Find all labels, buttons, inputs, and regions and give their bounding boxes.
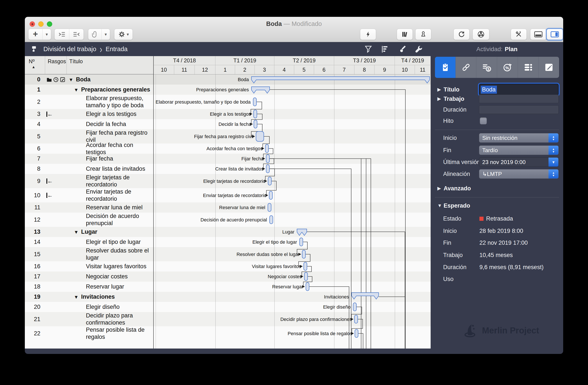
- gantt-task-bar[interactable]: [254, 110, 257, 118]
- gantt-task-bar[interactable]: [266, 155, 269, 163]
- gantt-task-bar[interactable]: [268, 177, 271, 185]
- attachment-button[interactable]: [88, 29, 102, 40]
- table-row[interactable]: 13▼Lugar: [25, 227, 153, 237]
- section-avanzado[interactable]: ▶ Avanzado: [431, 184, 563, 193]
- disclosure-triangle[interactable]: ▼: [74, 86, 79, 93]
- sync-button[interactable]: [454, 29, 469, 40]
- add-button[interactable]: +: [28, 29, 42, 40]
- titulo-input[interactable]: Boda: [479, 84, 559, 95]
- resources-button[interactable]: [415, 29, 431, 40]
- gantt-task-bar[interactable]: [306, 283, 309, 291]
- tab-cost[interactable]: $: [476, 57, 497, 78]
- group-icon[interactable]: [380, 45, 389, 53]
- disclosure-triangle[interactable]: ▶: [437, 96, 441, 102]
- disclosure-triangle[interactable]: ▶: [437, 186, 441, 191]
- disclosure-triangle[interactable]: ▼: [74, 228, 79, 236]
- table-row[interactable]: 4Decidir la fecha: [25, 119, 153, 129]
- indent-button[interactable]: [55, 29, 69, 40]
- table-row[interactable]: 10←Enviar tarjetas de recordatorio: [25, 188, 153, 203]
- table-row[interactable]: 0▼Boda: [25, 74, 153, 85]
- row-number: 5: [25, 133, 45, 140]
- hito-checkbox[interactable]: [480, 117, 487, 124]
- table-row[interactable]: 8Crear lista de invitados: [25, 164, 153, 174]
- attachment-menu-button[interactable]: ▾: [102, 29, 110, 40]
- disclosure-triangle[interactable]: ▼: [74, 293, 79, 301]
- gantt-task-bar[interactable]: [253, 98, 256, 106]
- disclosure-triangle[interactable]: ▶: [437, 87, 441, 92]
- column-header-no[interactable]: Nº ▲: [25, 56, 45, 74]
- inicio-select[interactable]: Sin restricción ▴▾: [479, 133, 559, 143]
- table-header: Nº ▲ Rasgos Título: [25, 56, 153, 74]
- bottom-panel-button[interactable]: [530, 29, 546, 40]
- gantt-row-label: Elegir diseño: [323, 304, 351, 310]
- right-panel-button[interactable]: [546, 29, 563, 40]
- settings-wrench-icon[interactable]: [415, 45, 423, 53]
- breadcrumb-mode[interactable]: Entrada: [105, 45, 127, 53]
- gantt-row-label: Elegir a los testigos: [210, 111, 251, 117]
- table-row[interactable]: 15Resolver dudas sobre el lugar: [25, 247, 153, 261]
- table-row[interactable]: 22Pensar posible lista de regalos: [25, 326, 153, 341]
- tab-progress[interactable]: %: [497, 57, 518, 78]
- table-row[interactable]: 21Decidir plazo para confirmaciones: [25, 312, 153, 326]
- filter-icon[interactable]: [364, 45, 373, 53]
- style-brush-icon[interactable]: [398, 45, 406, 53]
- trabajo-input[interactable]: [479, 95, 559, 103]
- gantt-task-bar[interactable]: [300, 238, 303, 246]
- library-button[interactable]: [397, 29, 413, 40]
- table-row[interactable]: 16Visitar lugares favoritos: [25, 261, 153, 271]
- gantt-task-bar[interactable]: [256, 131, 264, 141]
- tab-links[interactable]: [456, 57, 476, 78]
- settings-button[interactable]: ▾: [114, 29, 133, 40]
- gantt-task-bar[interactable]: [266, 165, 269, 173]
- activity-button[interactable]: [360, 29, 376, 40]
- outdent-button[interactable]: [69, 29, 84, 40]
- gantt-task-bar[interactable]: [304, 272, 308, 281]
- gantt-task-bar[interactable]: [270, 216, 273, 224]
- desktop: Boda — Modificado + ▾ ▾: [0, 0, 588, 385]
- tab-columns[interactable]: [518, 57, 538, 78]
- table-row[interactable]: 6Acordar fecha con testigos: [25, 143, 153, 154]
- table-row[interactable]: 3←Elegir a los testigos: [25, 109, 153, 119]
- gantt-task-bar[interactable]: [355, 315, 358, 323]
- table-row[interactable]: 14Elegir el tipo de lugar: [25, 237, 153, 247]
- table-row[interactable]: 7Fijar fecha: [25, 154, 153, 164]
- gantt-task-bar[interactable]: [265, 144, 269, 153]
- gantt-task-bar[interactable]: [304, 262, 307, 270]
- tab-info[interactable]: [435, 57, 456, 78]
- disclosure-triangle[interactable]: ▼: [69, 76, 73, 83]
- section-esperado[interactable]: ▼ Esperado: [431, 201, 563, 210]
- gantt-task-bar[interactable]: [355, 329, 358, 338]
- table-row[interactable]: 11Reservar luna de miel: [25, 203, 153, 213]
- esperado-trabajo-value: 10,45 meses: [480, 252, 513, 259]
- gantt-task-bar[interactable]: [353, 303, 357, 311]
- table-row[interactable]: 17Negociar costes: [25, 271, 153, 282]
- network-button[interactable]: [473, 29, 489, 40]
- table-row[interactable]: 20Elegir diseño: [25, 302, 153, 312]
- trabajo-label: Trabajo: [443, 96, 464, 102]
- table-row[interactable]: 2Elaborar presupuesto, tamaño y tipo de …: [25, 95, 153, 109]
- table-row[interactable]: 12Decisión de acuerdo prenupcial: [25, 213, 153, 227]
- gantt-task-bar[interactable]: [254, 120, 257, 128]
- gantt-task-bar[interactable]: [268, 203, 271, 211]
- table-row[interactable]: 19▼Invitaciones: [25, 292, 153, 302]
- gantt-task-bar[interactable]: [269, 191, 273, 199]
- column-header-titulo[interactable]: Título: [67, 56, 153, 74]
- ultima-version-select[interactable]: 23 nov 2019 0:00 ▾: [479, 157, 559, 167]
- alineacion-select[interactable]: ↳LMTP ▴▾: [479, 169, 559, 179]
- duracion-input[interactable]: [479, 105, 559, 114]
- gantt-task-bar[interactable]: [302, 250, 305, 258]
- breadcrumb-view[interactable]: División del trabajo: [43, 45, 96, 53]
- table-row[interactable]: 18Reservar lugar: [25, 282, 153, 292]
- indent-button-group: [54, 29, 84, 40]
- add-menu-button[interactable]: ▾: [42, 29, 51, 40]
- table-row[interactable]: 1▼Preparaciones generales: [25, 85, 153, 95]
- month-header: 5: [294, 65, 314, 74]
- tab-notes[interactable]: [538, 57, 559, 78]
- column-header-rasgos[interactable]: Rasgos: [45, 56, 67, 74]
- disclosure-triangle[interactable]: ▼: [437, 203, 442, 208]
- tools-button[interactable]: [511, 29, 527, 40]
- table-row[interactable]: 9←Elegir tarjetas de recordatorio: [25, 174, 153, 188]
- chevron-down-icon: ▾: [548, 158, 558, 167]
- fin-select[interactable]: Tardío ▴▾: [479, 145, 559, 155]
- sync-icon: [458, 31, 465, 38]
